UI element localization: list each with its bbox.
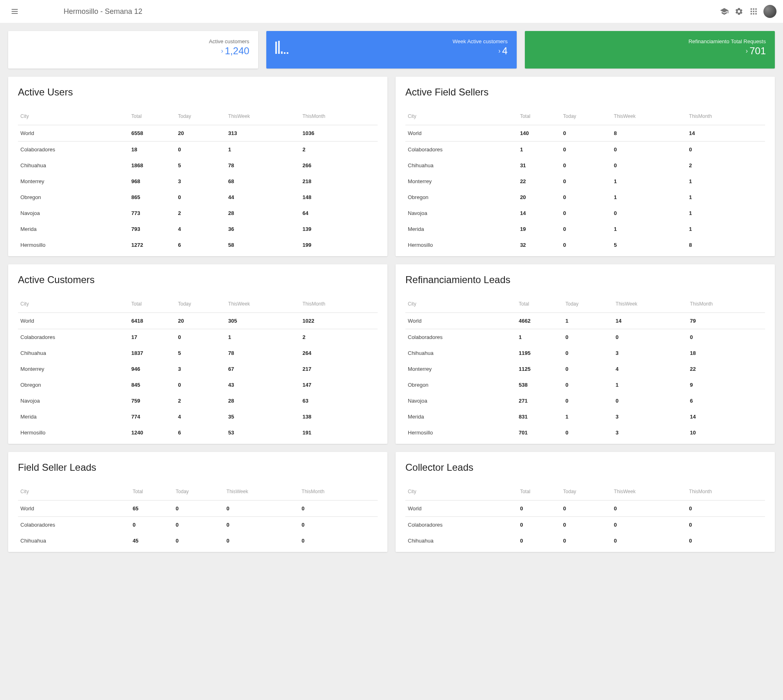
table-row[interactable]: Colaboradores0000: [18, 517, 378, 533]
kpi-card[interactable]: Refinanciamiento Total Requests›701: [525, 31, 775, 69]
table-row[interactable]: Merida793436139: [18, 221, 378, 237]
table-row[interactable]: Obregon538019: [405, 377, 765, 393]
value-cell: 65: [130, 501, 173, 517]
column-header[interactable]: ThisWeek: [611, 485, 686, 501]
kpi-card[interactable]: Week Active customers›4: [266, 31, 516, 69]
city-cell: Merida: [18, 409, 129, 425]
table-row[interactable]: World6558203131036: [18, 125, 378, 142]
value-cell: 218: [300, 173, 378, 189]
table-row[interactable]: Obregon865044148: [18, 189, 378, 205]
table-row[interactable]: Colaboradores1000: [405, 329, 765, 346]
city-cell: Colaboradores: [405, 329, 516, 346]
svg-rect-3: [751, 9, 752, 10]
table-row[interactable]: Hermosillo32058: [405, 237, 765, 253]
value-cell: 774: [129, 409, 175, 425]
column-header[interactable]: Total: [129, 297, 175, 313]
column-header[interactable]: ThisMonth: [687, 109, 765, 125]
table-row[interactable]: World1400814: [405, 125, 765, 142]
value-cell: 0: [561, 173, 612, 189]
table-row[interactable]: Colaboradores1000: [405, 142, 765, 158]
table-row[interactable]: Colaboradores0000: [405, 517, 765, 533]
table-row[interactable]: Merida8311314: [405, 409, 765, 425]
column-header[interactable]: ThisWeek: [611, 109, 686, 125]
panel: Active Field SellersCityTotalTodayThisWe…: [396, 77, 775, 256]
column-header[interactable]: Today: [175, 297, 226, 313]
table-row[interactable]: World6418203051022: [18, 313, 378, 329]
value-cell: 0: [175, 142, 226, 158]
column-header[interactable]: Today: [563, 297, 613, 313]
table-row[interactable]: Chihuahua0000: [405, 533, 765, 549]
table-row[interactable]: Chihuahua45000: [18, 533, 378, 549]
value-cell: 147: [300, 377, 378, 393]
table-row[interactable]: Obregon20011: [405, 189, 765, 205]
column-header[interactable]: Total: [518, 109, 561, 125]
table-row[interactable]: Chihuahua31002: [405, 157, 765, 173]
column-header[interactable]: Today: [561, 109, 612, 125]
table-row[interactable]: Monterrey946367217: [18, 361, 378, 377]
column-header[interactable]: ThisWeek: [226, 297, 300, 313]
column-header[interactable]: City: [405, 297, 516, 313]
table-row[interactable]: World466211479: [405, 313, 765, 329]
column-header[interactable]: Total: [518, 485, 561, 501]
column-header[interactable]: ThisMonth: [299, 485, 378, 501]
city-cell: World: [18, 313, 129, 329]
column-header[interactable]: ThisMonth: [300, 297, 378, 313]
value-cell: 63: [300, 393, 378, 409]
table-row[interactable]: Chihuahua1837578264: [18, 345, 378, 361]
table-row[interactable]: Obregon845043147: [18, 377, 378, 393]
table-row[interactable]: Hermosillo7010310: [405, 425, 765, 441]
kpi-value: ›701: [688, 45, 766, 57]
table-row[interactable]: Hermosillo1272658199: [18, 237, 378, 253]
value-cell: 0: [561, 157, 612, 173]
city-cell: Chihuahua: [18, 533, 130, 549]
column-header[interactable]: ThisWeek: [613, 297, 688, 313]
column-header[interactable]: ThisWeek: [224, 485, 299, 501]
table-row[interactable]: Navojoa75922863: [18, 393, 378, 409]
column-header[interactable]: City: [405, 485, 518, 501]
column-header[interactable]: ThisMonth: [687, 485, 765, 501]
svg-rect-8: [755, 11, 756, 12]
column-header[interactable]: Today: [561, 485, 612, 501]
table-row[interactable]: Chihuahua1868578266: [18, 157, 378, 173]
column-header[interactable]: ThisMonth: [300, 109, 378, 125]
column-header[interactable]: Today: [173, 485, 224, 501]
table-row[interactable]: World0000: [405, 501, 765, 517]
data-table: CityTotalTodayThisWeekThisMonthWorld1400…: [405, 109, 765, 253]
value-cell: 0: [563, 377, 613, 393]
table-row[interactable]: Monterrey22011: [405, 173, 765, 189]
table-row[interactable]: Colaboradores18012: [18, 142, 378, 158]
settings-button[interactable]: [734, 7, 744, 16]
avatar[interactable]: [763, 5, 776, 18]
column-header[interactable]: City: [18, 109, 129, 125]
column-header[interactable]: Total: [130, 485, 173, 501]
table-row[interactable]: Navojoa77322864: [18, 205, 378, 221]
table-row[interactable]: Navojoa14001: [405, 205, 765, 221]
table-row[interactable]: Navojoa271006: [405, 393, 765, 409]
column-header[interactable]: ThisMonth: [688, 297, 765, 313]
value-cell: 0: [611, 157, 686, 173]
kpi-card[interactable]: Active customers›1,240: [8, 31, 258, 69]
value-cell: 0: [173, 533, 224, 549]
column-header[interactable]: Today: [175, 109, 226, 125]
column-header[interactable]: Total: [516, 297, 563, 313]
apps-button[interactable]: [749, 7, 759, 16]
menu-button[interactable]: [7, 3, 23, 20]
table-row[interactable]: Colaboradores17012: [18, 329, 378, 346]
education-button[interactable]: [719, 7, 729, 16]
value-cell: 1: [516, 329, 563, 346]
column-header[interactable]: City: [18, 297, 129, 313]
table-row[interactable]: Monterrey11250422: [405, 361, 765, 377]
column-header[interactable]: City: [405, 109, 518, 125]
value-cell: 28: [226, 393, 300, 409]
table-row[interactable]: Hermosillo1240653191: [18, 425, 378, 441]
column-header[interactable]: Total: [129, 109, 175, 125]
table-row[interactable]: World65000: [18, 501, 378, 517]
table-row[interactable]: Merida774435138: [18, 409, 378, 425]
table-row[interactable]: Merida19011: [405, 221, 765, 237]
value-cell: 845: [129, 377, 175, 393]
column-header[interactable]: City: [18, 485, 130, 501]
table-row[interactable]: Chihuahua11950318: [405, 345, 765, 361]
table-row[interactable]: Monterrey968368218: [18, 173, 378, 189]
value-cell: 266: [300, 157, 378, 173]
column-header[interactable]: ThisWeek: [226, 109, 300, 125]
